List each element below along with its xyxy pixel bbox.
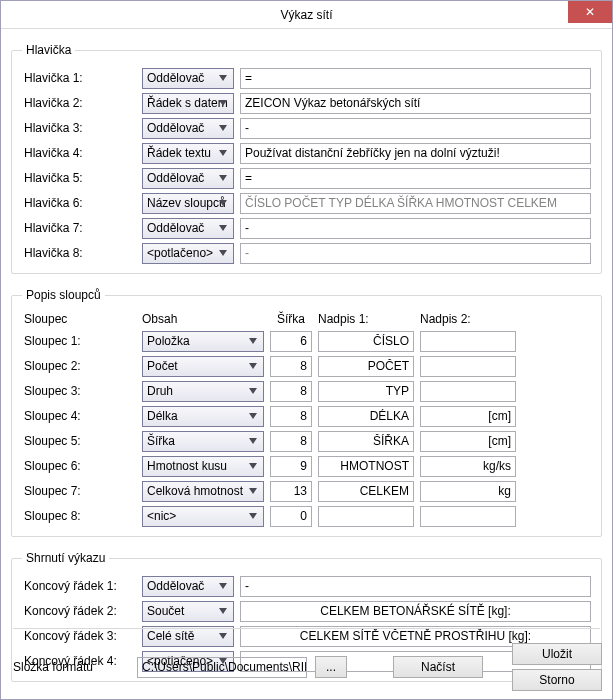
hlavicka-value-input[interactable]: = (240, 68, 591, 89)
chevron-down-icon (246, 409, 260, 424)
chevron-down-icon (216, 579, 230, 594)
hlavicka-label: Hlavička 8: (22, 246, 142, 260)
sloupec-obsah-combo[interactable]: Počet (142, 356, 264, 377)
hlavicka-row: Hlavička 2:Řádek s datemZEICON Výkaz bet… (22, 92, 591, 114)
hlavicka-type-combo[interactable]: Oddělovač (142, 68, 234, 89)
hlavicka-type-combo[interactable]: Název sloupců (142, 193, 234, 214)
sloupec-nadpis2-input[interactable] (420, 331, 516, 352)
hlavicka-row: Hlavička 4:Řádek textuPoužívat distanční… (22, 142, 591, 164)
sloupec-obsah-combo[interactable]: Délka (142, 406, 264, 427)
sloupec-obsah-combo[interactable]: Celková hmotnost (142, 481, 264, 502)
sloupec-sirka-input[interactable] (270, 431, 312, 452)
sloupec-label: Sloupec 1: (22, 334, 142, 348)
shrnuti-type-combo[interactable]: Oddělovač (142, 576, 234, 597)
cancel-button[interactable]: Storno (512, 669, 602, 691)
sloupec-sirka-input[interactable] (270, 456, 312, 477)
folder-label: Složka formátu (11, 660, 129, 674)
sloupec-sirka-input[interactable] (270, 481, 312, 502)
chevron-down-icon (246, 434, 260, 449)
hlavicka-value-input[interactable]: ZEICON Výkaz betonářských sítí (240, 93, 591, 114)
shrnuti-value-input[interactable]: CELKEM BETONÁŘSKÉ SÍTĚ [kg]: (240, 601, 591, 622)
hlavicka-label: Hlavička 4: (22, 146, 142, 160)
save-button[interactable]: Uložit (512, 643, 602, 665)
sloupec-nadpis2-input[interactable] (420, 481, 516, 502)
shrnuti-row: Koncový řádek 2:SoučetCELKEM BETONÁŘSKÉ … (22, 600, 591, 622)
sloupec-sirka-input[interactable] (270, 356, 312, 377)
sloupec-row: Sloupec 2:Počet (22, 355, 591, 377)
hlavicka-type-combo[interactable]: <potlačeno> (142, 243, 234, 264)
chevron-down-icon (216, 146, 230, 161)
sloupec-row: Sloupec 4:Délka (22, 405, 591, 427)
sloupec-row: Sloupec 6:Hmotnost kusu (22, 455, 591, 477)
sloupec-nadpis1-input[interactable] (318, 481, 414, 502)
browse-button[interactable]: ... (315, 656, 347, 678)
hlavicka-type-combo[interactable]: Oddělovač (142, 118, 234, 139)
load-button[interactable]: Načíst (393, 656, 483, 678)
hlavicka-value-input[interactable]: - (240, 218, 591, 239)
hlavicka-value-input[interactable]: = (240, 168, 591, 189)
sloupec-nadpis1-input[interactable] (318, 431, 414, 452)
folder-path-input[interactable]: C:\Users\Public\Documents\RII (137, 657, 307, 678)
shrnuti-type-combo[interactable]: Součet (142, 601, 234, 622)
window-title: Výkaz sítí (280, 8, 332, 22)
footer-divider (13, 628, 600, 629)
sloupec-nadpis2-input[interactable] (420, 381, 516, 402)
hlavicka-type-combo[interactable]: Řádek textu (142, 143, 234, 164)
hlavicka-type-combo[interactable]: Řádek s datem (142, 93, 234, 114)
sloupec-nadpis1-input[interactable] (318, 506, 414, 527)
sloupec-nadpis1-input[interactable] (318, 356, 414, 377)
sloupec-label: Sloupec 3: (22, 384, 142, 398)
sloupec-nadpis1-input[interactable] (318, 456, 414, 477)
chevron-down-icon (216, 604, 230, 619)
popis-head-sloupec: Sloupec (22, 312, 142, 326)
close-button[interactable]: ✕ (568, 1, 612, 23)
sloupec-nadpis2-input[interactable] (420, 356, 516, 377)
group-shrnuti-legend: Shrnutí výkazu (22, 551, 109, 565)
sloupec-sirka-input[interactable] (270, 506, 312, 527)
sloupec-row: Sloupec 8:<nic> (22, 505, 591, 527)
hlavicka-row: Hlavička 8:<potlačeno>- (22, 242, 591, 264)
sloupec-nadpis2-input[interactable] (420, 431, 516, 452)
chevron-down-icon (246, 334, 260, 349)
sloupec-obsah-combo[interactable]: Druh (142, 381, 264, 402)
sloupec-sirka-input[interactable] (270, 406, 312, 427)
hlavicka-label: Hlavička 7: (22, 221, 142, 235)
hlavicka-label: Hlavička 1: (22, 71, 142, 85)
sloupec-obsah-combo[interactable]: <nic> (142, 506, 264, 527)
hlavicka-value-input[interactable]: - (240, 243, 591, 264)
hlavicka-label: Hlavička 6: (22, 196, 142, 210)
sloupec-nadpis2-input[interactable] (420, 506, 516, 527)
sloupec-obsah-combo[interactable]: Šířka (142, 431, 264, 452)
sloupec-label: Sloupec 2: (22, 359, 142, 373)
sloupec-nadpis1-input[interactable] (318, 331, 414, 352)
chevron-down-icon (216, 246, 230, 261)
sloupec-obsah-combo[interactable]: Hmotnost kusu (142, 456, 264, 477)
popis-head-nadpis1: Nadpis 1: (318, 312, 414, 326)
hlavicka-label: Hlavička 5: (22, 171, 142, 185)
group-hlavicka-legend: Hlavička (22, 43, 75, 57)
chevron-down-icon (246, 484, 260, 499)
hlavicka-value-input[interactable]: - (240, 118, 591, 139)
sloupec-nadpis2-input[interactable] (420, 406, 516, 427)
sloupec-label: Sloupec 5: (22, 434, 142, 448)
sloupec-nadpis2-input[interactable] (420, 456, 516, 477)
chevron-down-icon (216, 196, 230, 211)
shrnuti-value-input[interactable]: - (240, 576, 591, 597)
popis-head-nadpis2: Nadpis 2: (420, 312, 516, 326)
hlavicka-type-combo[interactable]: Oddělovač (142, 218, 234, 239)
group-popis-legend: Popis sloupců (22, 288, 105, 302)
hlavicka-value-input[interactable]: ČÍSLO POČET TYP DÉLKA ŠÍŘKA HMOTNOST CEL… (240, 193, 591, 214)
sloupec-nadpis1-input[interactable] (318, 381, 414, 402)
popis-header-row: Sloupec Obsah Šířka Nadpis 1: Nadpis 2: (22, 312, 591, 326)
shrnuti-row: Koncový řádek 1:Oddělovač- (22, 575, 591, 597)
sloupec-sirka-input[interactable] (270, 381, 312, 402)
sloupec-label: Sloupec 6: (22, 459, 142, 473)
sloupec-nadpis1-input[interactable] (318, 406, 414, 427)
chevron-down-icon (246, 384, 260, 399)
sloupec-row: Sloupec 1:Položka (22, 330, 591, 352)
hlavicka-type-combo[interactable]: Oddělovač (142, 168, 234, 189)
hlavicka-value-input[interactable]: Používat distanční žebříčky jen na dolní… (240, 143, 591, 164)
close-icon: ✕ (585, 5, 595, 19)
sloupec-sirka-input[interactable] (270, 331, 312, 352)
sloupec-obsah-combo[interactable]: Položka (142, 331, 264, 352)
